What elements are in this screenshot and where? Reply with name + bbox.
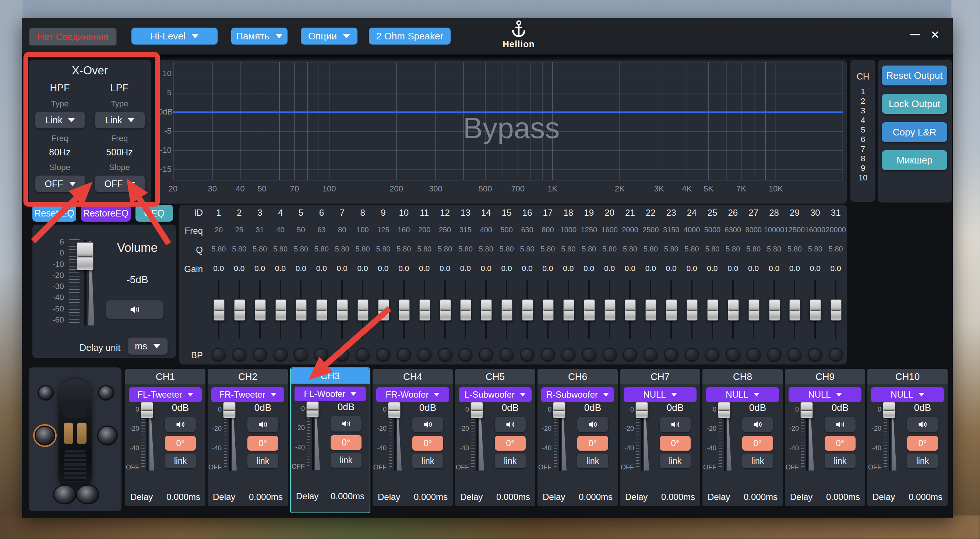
eq-slider-handle[interactable] <box>625 299 636 321</box>
reset-eq-button[interactable]: Reset EQ <box>32 205 76 222</box>
channel-delay-value[interactable]: 0.000ms <box>249 492 283 502</box>
channel-delay-value[interactable]: 0.000ms <box>496 492 530 502</box>
channel-delay-value[interactable]: 0.000ms <box>661 492 695 502</box>
eq-slider-handle[interactable] <box>234 299 245 321</box>
eq-slider-handle[interactable] <box>460 299 471 321</box>
eq-band-slider[interactable] <box>743 277 764 343</box>
channel-fader-handle[interactable] <box>718 402 730 418</box>
eq-band-bypass-button[interactable] <box>274 348 288 361</box>
geq-button[interactable]: GEQ <box>135 205 173 222</box>
eq-band-slider[interactable] <box>414 277 435 343</box>
eq-band-slider[interactable] <box>291 277 312 343</box>
front-right-tweeter-icon[interactable] <box>98 385 114 401</box>
channel-number[interactable]: 6 <box>850 135 875 144</box>
eq-band-slider[interactable] <box>640 277 661 343</box>
eq-band-slider[interactable] <box>661 277 681 343</box>
channel-delay-value[interactable]: 0.000ms <box>166 492 200 502</box>
eq-slider-handle[interactable] <box>605 299 616 321</box>
hi-level-menu-button[interactable]: Hi-Level <box>131 28 218 45</box>
front-right-woofer-icon[interactable] <box>97 426 118 445</box>
channel-header[interactable]: CH8 <box>702 369 783 384</box>
channel-link-button[interactable]: link <box>825 453 856 468</box>
channel-output-dropdown[interactable]: NULL <box>871 387 944 402</box>
channel-header[interactable]: CH5 <box>455 369 535 384</box>
eq-band-slider[interactable] <box>229 277 250 343</box>
channel-strip[interactable]: CH3 FL-Woofer 0-20-40OFF 0dB <box>290 367 370 513</box>
front-left-woofer-icon[interactable] <box>35 426 55 445</box>
eq-band-bypass-button[interactable] <box>356 348 370 361</box>
channel-number[interactable]: 8 <box>850 154 875 164</box>
channel-phase-button[interactable]: 0° <box>495 436 526 451</box>
front-left-tweeter-icon[interactable] <box>38 385 54 401</box>
eq-band-bypass-button[interactable] <box>232 348 246 361</box>
eq-band-slider[interactable] <box>702 277 723 343</box>
eq-band-slider[interactable] <box>270 277 291 343</box>
eq-band-slider[interactable] <box>826 277 846 343</box>
eq-band-bypass-button[interactable] <box>541 348 555 361</box>
eq-slider-handle[interactable] <box>542 299 554 321</box>
channel-link-button[interactable]: link <box>907 453 938 468</box>
eq-slider-handle[interactable] <box>748 299 759 321</box>
eq-band-bypass-button[interactable] <box>294 348 308 361</box>
channel-delay-value[interactable]: 0.000ms <box>744 492 778 502</box>
eq-band-slider[interactable] <box>250 277 270 343</box>
channel-output-dropdown[interactable]: L-Subwoofer <box>459 387 531 402</box>
channel-number[interactable]: 9 <box>850 164 875 173</box>
channel-phase-button[interactable]: 0° <box>165 436 196 451</box>
channel-number[interactable]: 3 <box>850 106 875 116</box>
eq-slider-handle[interactable] <box>399 299 410 321</box>
eq-slider-handle[interactable] <box>378 299 389 321</box>
eq-band-bypass-button[interactable] <box>376 348 390 361</box>
eq-band-bypass-button[interactable] <box>458 348 473 361</box>
eq-slider-handle[interactable] <box>337 299 348 321</box>
hpf-freq-value[interactable]: 80Hz <box>35 147 85 157</box>
eq-slider-handle[interactable] <box>707 299 718 321</box>
channel-number[interactable]: 7 <box>850 144 875 154</box>
eq-band-bypass-button[interactable] <box>767 348 781 361</box>
speaker-mode-button[interactable]: 2 Ohm Speaker <box>369 28 450 45</box>
lpf-freq-value[interactable]: 500Hz <box>95 147 144 157</box>
channel-fader-handle[interactable] <box>388 402 401 418</box>
channel-phase-button[interactable]: 0° <box>412 436 443 451</box>
channel-fader-handle[interactable] <box>223 402 235 418</box>
master-mute-button[interactable] <box>106 301 164 319</box>
eq-band-bypass-button[interactable] <box>500 348 514 361</box>
channel-mute-button[interactable] <box>331 416 361 431</box>
eq-band-bypass-button[interactable] <box>788 348 802 361</box>
channel-header[interactable]: CH7 <box>620 369 700 384</box>
eq-slider-handle[interactable] <box>584 299 595 321</box>
eq-band-slider[interactable] <box>373 277 393 343</box>
channel-fader-handle[interactable] <box>635 402 648 418</box>
eq-slider-handle[interactable] <box>275 299 286 321</box>
eq-band-bypass-button[interactable] <box>808 348 822 361</box>
channel-link-button[interactable]: link <box>660 453 690 468</box>
eq-band-bypass-button[interactable] <box>603 348 617 361</box>
memory-menu-button[interactable]: Память <box>231 28 288 45</box>
mixer-button[interactable]: Микшер <box>882 150 947 170</box>
eq-slider-handle[interactable] <box>440 299 451 321</box>
channel-number[interactable]: 10 <box>850 173 875 183</box>
channel-phase-button[interactable]: 0° <box>331 435 361 450</box>
eq-band-bypass-button[interactable] <box>726 348 740 361</box>
channel-output-dropdown[interactable]: NULL <box>789 387 861 402</box>
eq-band-slider[interactable] <box>579 277 599 343</box>
eq-slider-handle[interactable] <box>645 299 656 321</box>
channel-header[interactable]: CH6 <box>538 369 618 384</box>
channel-strip[interactable]: CH8 NULL 0-20-40OFF 0dB <box>702 369 783 506</box>
channel-number[interactable]: 2 <box>850 97 875 106</box>
channel-header[interactable]: CH9 <box>785 369 865 384</box>
eq-slider-handle[interactable] <box>563 299 574 321</box>
channel-output-dropdown[interactable]: FR-Tweeter <box>211 387 284 402</box>
channel-number[interactable]: 5 <box>850 125 875 135</box>
eq-band-bypass-button[interactable] <box>644 348 657 361</box>
subwoofer-left-icon[interactable] <box>53 485 76 504</box>
eq-slider-handle[interactable] <box>358 299 369 321</box>
channel-link-button[interactable]: link <box>331 453 361 467</box>
eq-band-slider[interactable] <box>784 277 805 343</box>
subwoofer-right-icon[interactable] <box>76 485 99 504</box>
eq-band-bypass-button[interactable] <box>582 348 596 361</box>
channel-link-button[interactable]: link <box>577 453 608 468</box>
eq-band-slider[interactable] <box>681 277 702 343</box>
channel-output-dropdown[interactable]: NULL <box>706 387 779 402</box>
eq-band-slider[interactable] <box>599 277 620 343</box>
